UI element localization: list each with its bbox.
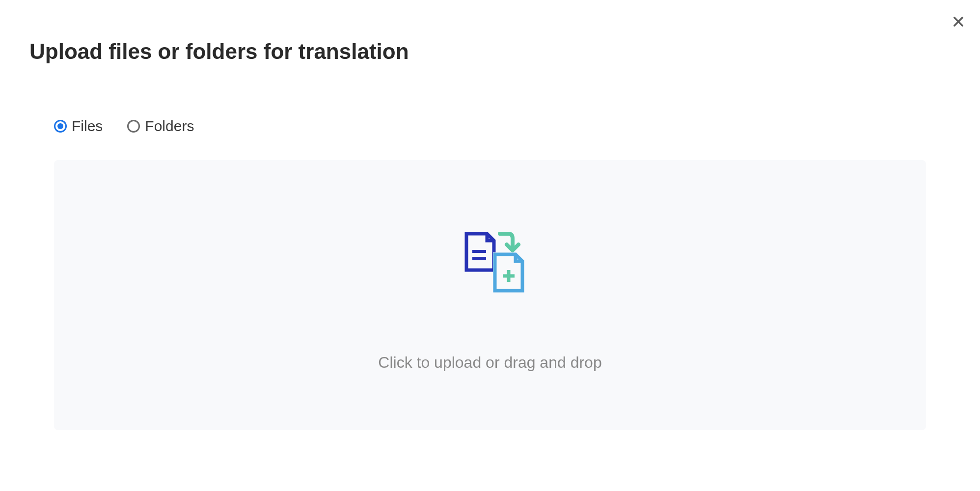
page-title: Upload files or folders for translation bbox=[29, 39, 409, 64]
radio-label-files: Files bbox=[72, 118, 103, 135]
upload-dropzone[interactable]: Click to upload or drag and drop bbox=[54, 160, 926, 430]
radio-label-folders: Folders bbox=[145, 118, 194, 135]
radio-icon bbox=[54, 120, 67, 133]
radio-option-folders[interactable]: Folders bbox=[127, 118, 194, 135]
upload-mode-radio-group: Files Folders bbox=[54, 118, 194, 135]
close-button[interactable] bbox=[952, 15, 965, 30]
close-icon bbox=[952, 15, 965, 30]
file-transfer-icon bbox=[451, 224, 529, 304]
radio-option-files[interactable]: Files bbox=[54, 118, 103, 135]
dropzone-instruction: Click to upload or drag and drop bbox=[378, 354, 601, 372]
radio-icon bbox=[127, 120, 140, 133]
